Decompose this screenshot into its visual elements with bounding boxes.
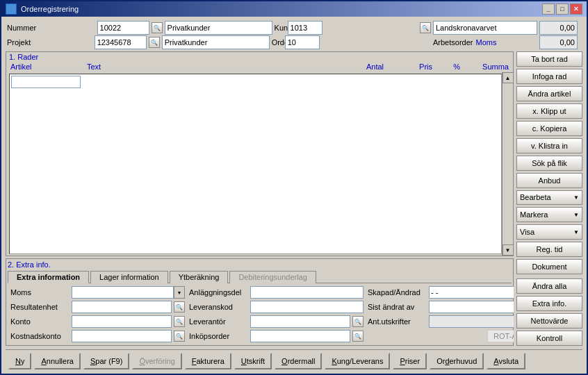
- anlaggningsdel-input[interactable]: [250, 286, 364, 299]
- avsluta-btn[interactable]: Avsluta: [487, 353, 525, 369]
- annullera-btn[interactable]: Annullera: [34, 353, 80, 369]
- markera-btn[interactable]: Markera ▼: [516, 207, 582, 222]
- orderhuvud-btn[interactable]: Orderhuvud: [430, 353, 484, 369]
- maximize-button[interactable]: □: [556, 3, 569, 15]
- ant-utskrifter-input[interactable]: [429, 315, 514, 328]
- nummer-search-btn[interactable]: 🔍: [152, 22, 163, 33]
- privatkunder1-input[interactable]: [165, 21, 272, 35]
- tab-extra-info[interactable]: Extra information: [8, 271, 89, 283]
- pris-cell-row1: [375, 76, 423, 88]
- resultatenhet-input[interactable]: [72, 301, 172, 313]
- leveranskod-label: Leveranskod: [189, 303, 248, 311]
- projekt-input[interactable]: [95, 35, 147, 49]
- kopiera-btn[interactable]: c. Kopiera: [516, 121, 582, 136]
- leverantor-label: Leverantör: [189, 317, 248, 326]
- bottom-buttons-bar: Ny Annullera Spar (F9) Överföring Faktur…: [6, 349, 582, 371]
- kostnadskonto-search-btn[interactable]: 🔍: [174, 331, 185, 342]
- col-text: Text: [85, 62, 329, 71]
- resultatenhet-label: Resultatenhet: [10, 303, 70, 311]
- moms-dropdown-btn[interactable]: ▼: [174, 286, 185, 299]
- summa-cell-row1: [451, 76, 500, 88]
- moms-input[interactable]: [72, 286, 174, 299]
- col-antal: Antal: [329, 62, 385, 71]
- konto-search-btn[interactable]: 🔍: [174, 316, 185, 327]
- nummer-input[interactable]: [97, 21, 149, 35]
- leverantor-search-btn[interactable]: 🔍: [352, 316, 364, 327]
- andra-alla-btn[interactable]: Ändra alla: [516, 278, 582, 294]
- content-area: Nummer 🔍 Kund 🔍 Projekt 🔍 Ordertyp Arbet…: [1, 17, 587, 374]
- inkopsorder-search-btn[interactable]: 🔍: [352, 331, 364, 342]
- arbetsorder-label: Arbetsorder: [433, 38, 473, 47]
- spar-btn[interactable]: Spar (F9): [83, 353, 129, 369]
- priser-btn[interactable]: Priser: [393, 353, 427, 369]
- ordertyp-input[interactable]: [285, 35, 320, 49]
- klipp-ut-btn[interactable]: x. Klipp ut: [516, 103, 582, 119]
- landskronavarvet-value[interactable]: [539, 21, 578, 35]
- dokument-btn[interactable]: Dokument: [516, 259, 582, 274]
- fakturera-btn[interactable]: Fakturera: [185, 353, 231, 369]
- kung-leverans-btn[interactable]: Kung/Leverans: [325, 353, 390, 369]
- scroll-up-btn[interactable]: ▲: [503, 72, 514, 83]
- kund-input[interactable]: [288, 21, 322, 35]
- title-bar: Orderregistrering _ □ ✕: [1, 1, 587, 17]
- sok-pa-flik-btn[interactable]: Sök på flik: [516, 156, 582, 171]
- leveranskod-input[interactable]: [250, 301, 364, 313]
- col-summa: Summa: [462, 62, 510, 71]
- nettovarde-btn[interactable]: Nettovärde: [516, 313, 582, 328]
- antal-cell-row1: [319, 76, 375, 88]
- anlaggningsdel-label: Anläggningsdel: [189, 288, 248, 297]
- sist-andrat-av-input[interactable]: [429, 301, 514, 313]
- reg-tid-btn[interactable]: Reg. tid: [516, 242, 582, 257]
- skapad-andrad-label: Skapad/Ändrad: [368, 288, 427, 297]
- landskronavarvet-input[interactable]: [433, 21, 537, 35]
- col-percent: %: [434, 62, 462, 71]
- markera-arrow: ▼: [573, 212, 579, 218]
- artikel-input-row1[interactable]: [11, 76, 81, 88]
- andra-artikel-btn[interactable]: Ändra artikel: [516, 86, 582, 101]
- projekt-search-btn[interactable]: 🔍: [149, 37, 160, 48]
- tab-ytberakning[interactable]: Ytberäkning: [170, 271, 229, 283]
- leverantor-input[interactable]: [250, 315, 350, 328]
- bearbeta-arrow: ▼: [573, 194, 579, 201]
- ta-bort-rad-btn[interactable]: Ta bort rad: [516, 51, 582, 67]
- percent-cell-row1: [423, 76, 451, 88]
- klistra-in-btn[interactable]: v. Klistra in: [516, 138, 582, 153]
- ordertyp-label: Ordertyp: [272, 38, 283, 47]
- main-window: Orderregistrering _ □ ✕ Nummer 🔍 Kund 🔍 …: [0, 0, 588, 375]
- ordermall-btn[interactable]: Ordermall: [275, 353, 322, 369]
- moms-form-label: Moms: [10, 288, 70, 297]
- minimize-button[interactable]: _: [542, 3, 555, 15]
- inkopsorder-input[interactable]: [250, 330, 350, 342]
- kontroll-btn[interactable]: Kontroll: [516, 331, 582, 346]
- text-cell-row1: [88, 76, 319, 88]
- tab-lager-info[interactable]: Lager information: [90, 271, 168, 283]
- projekt-label: Projekt: [7, 38, 92, 47]
- bearbeta-btn[interactable]: Bearbeta ▼: [516, 190, 582, 206]
- konto-input[interactable]: [72, 315, 172, 328]
- visa-arrow: ▼: [573, 229, 579, 235]
- skapad-andrad-input[interactable]: [429, 286, 514, 299]
- kund-search-btn[interactable]: 🔍: [420, 22, 431, 33]
- moms-link[interactable]: Moms: [475, 38, 496, 47]
- konto-label: Konto: [10, 317, 70, 326]
- section2-header[interactable]: 2. Extra info.: [8, 260, 51, 269]
- overforing-btn[interactable]: Överföring: [132, 353, 181, 369]
- kostnadskonto-label: Kostnadskonto: [10, 332, 70, 340]
- app-icon: [6, 3, 17, 15]
- resultatenhet-search-btn[interactable]: 🔍: [174, 301, 185, 312]
- kostnadskonto-input[interactable]: [72, 330, 172, 342]
- rot-avdrag-label: ROT-Avdrag: [487, 330, 514, 342]
- section1-header[interactable]: 1. Rader: [9, 53, 38, 61]
- ny-btn[interactable]: Ny: [8, 353, 31, 369]
- col-artikel: Artikel: [9, 62, 85, 71]
- extra-info-btn[interactable]: Extra info.: [516, 296, 582, 311]
- scroll-down-btn[interactable]: ▼: [503, 244, 514, 256]
- window-title: Orderregistrering: [21, 5, 79, 13]
- infoga-rad-btn[interactable]: Infoga rad: [516, 69, 582, 84]
- close-button[interactable]: ✕: [570, 3, 582, 15]
- visa-btn[interactable]: Visa ▼: [516, 224, 582, 240]
- privatkunder2-input[interactable]: [162, 35, 270, 49]
- arbetsorder-value[interactable]: [539, 35, 578, 49]
- anbud-btn[interactable]: Anbud: [516, 173, 582, 188]
- utskrift-btn[interactable]: Utskrift: [234, 353, 272, 369]
